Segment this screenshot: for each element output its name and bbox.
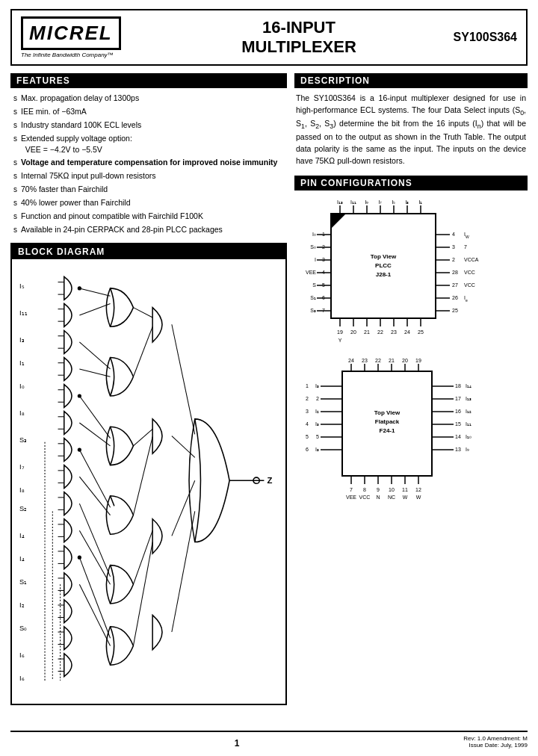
svg-text:27: 27: [452, 282, 458, 288]
svg-text:2: 2: [452, 257, 455, 262]
features-section: FEATURES Max. propagation delay of 1300p…: [10, 73, 287, 235]
svg-text:7: 7: [464, 244, 467, 250]
svg-text:6: 6: [306, 447, 309, 452]
svg-text:I₂: I₂: [315, 409, 319, 414]
footer-rev: Rev: 1.0 Amendment: M: [463, 735, 528, 742]
svg-text:I₁₁: I₁₁: [466, 421, 471, 427]
svg-text:I₀: I₀: [19, 382, 25, 390]
part-number: SY100S364: [427, 31, 517, 44]
svg-text:I₁₀: I₁₀: [466, 434, 471, 439]
svg-text:VEE: VEE: [306, 270, 316, 275]
svg-point-75: [78, 556, 81, 560]
svg-text:I₃: I₃: [19, 336, 25, 344]
svg-text:11: 11: [402, 487, 408, 492]
svg-text:23: 23: [362, 358, 368, 363]
svg-line-49: [79, 342, 110, 369]
list-item: Max. propagation delay of 1300ps: [13, 93, 284, 104]
svg-text:Ie: Ie: [464, 295, 468, 303]
svg-line-59: [133, 308, 152, 317]
svg-text:I₈: I₈: [19, 486, 25, 494]
svg-line-54: [79, 477, 110, 515]
svg-text:25: 25: [452, 308, 458, 313]
description-text: The SY100S364 is a 16-input multiplexer …: [294, 93, 528, 167]
footer-right: Rev: 1.0 Amendment: M Issue Date: July, …: [463, 735, 528, 749]
svg-text:28: 28: [452, 270, 458, 275]
svg-text:Top View: Top View: [374, 409, 401, 416]
block-diagram-svg: I₅ I₁₁ I₃ I₁ I₀ I₈ S₃ I₇ I₈ S₂ I₄ I₄ S₁ …: [18, 265, 279, 695]
svg-point-72: [78, 287, 81, 291]
logo-sub: The Infinite Bandwidth Company™: [21, 52, 170, 58]
svg-text:W: W: [416, 495, 421, 500]
svg-text:VEE: VEE: [346, 495, 356, 500]
footer: 1 Rev: 1.0 Amendment: M Issue Date: July…: [10, 731, 528, 749]
svg-text:17: 17: [455, 396, 461, 401]
list-item: Industry standard 100K ECL levels: [13, 120, 284, 131]
svg-text:I₃: I₃: [315, 447, 319, 452]
flatpack-diagram: 24 23 22 21 20 19: [303, 355, 519, 519]
svg-text:23: 23: [391, 329, 397, 335]
svg-point-73: [78, 394, 81, 398]
svg-text:I₃: I₃: [315, 421, 319, 427]
features-list: Max. propagation delay of 1300ps IEE min…: [10, 93, 287, 235]
footer-issue: Issue Date: July, 1999: [463, 742, 528, 749]
svg-text:N: N: [376, 495, 380, 500]
svg-text:21: 21: [389, 358, 395, 363]
svg-text:S₁: S₁: [310, 295, 316, 300]
description-header: DESCRIPTION: [294, 73, 528, 88]
svg-text:I₆: I₆: [19, 651, 25, 659]
pin-config-header: PIN CONFIGURATIONS: [294, 176, 528, 190]
svg-text:I₁₃: I₁₃: [466, 396, 471, 401]
svg-text:14: 14: [455, 434, 461, 439]
features-header: FEATURES: [10, 73, 287, 88]
svg-text:I₂: I₂: [19, 601, 25, 609]
svg-line-55: [79, 504, 110, 577]
svg-text:26: 26: [452, 295, 458, 300]
svg-text:I₇: I₇: [379, 199, 383, 205]
svg-text:2: 2: [316, 396, 319, 401]
svg-text:25: 25: [418, 329, 424, 335]
list-item: Voltage and temperature compensation for…: [13, 157, 284, 168]
svg-line-65: [172, 325, 195, 435]
svg-text:I₃: I₃: [315, 383, 319, 388]
left-column: FEATURES Max. propagation delay of 1300p…: [10, 73, 287, 705]
svg-line-57: [79, 558, 110, 639]
svg-line-61: [133, 430, 152, 447]
svg-text:12: 12: [415, 487, 421, 492]
svg-text:Y: Y: [338, 338, 342, 343]
svg-text:VCC: VCC: [464, 270, 475, 275]
svg-text:S₁: S₁: [19, 579, 27, 586]
svg-text:15: 15: [455, 421, 461, 427]
svg-text:I₁₂: I₁₂: [466, 409, 471, 414]
svg-text:VCC: VCC: [464, 282, 475, 288]
svg-text:10: 10: [389, 487, 395, 492]
svg-text:9: 9: [377, 487, 380, 492]
svg-text:3: 3: [452, 244, 455, 250]
svg-text:S₃: S₃: [19, 436, 27, 444]
svg-text:22: 22: [377, 329, 383, 335]
svg-text:I₁₁: I₁₁: [350, 199, 356, 205]
block-diagram-header: BLOCK DIAGRAM: [12, 244, 285, 259]
svg-text:F24-1: F24-1: [380, 427, 395, 434]
svg-line-50: [79, 369, 110, 377]
svg-text:I₅: I₅: [392, 199, 396, 205]
svg-text:I₇: I₇: [19, 463, 25, 471]
svg-text:I₉: I₉: [365, 199, 369, 205]
svg-line-52: [79, 423, 110, 446]
svg-text:S₃: S₃: [310, 308, 316, 313]
svg-text:4: 4: [452, 232, 455, 237]
svg-text:I₁₄: I₁₄: [466, 383, 471, 388]
svg-text:22: 22: [375, 358, 381, 363]
description-section: DESCRIPTION The SY100S364 is a 16-input …: [294, 73, 528, 167]
svg-text:24: 24: [348, 358, 354, 363]
svg-text:5: 5: [306, 434, 309, 439]
svg-text:I₉: I₉: [466, 447, 469, 452]
svg-text:W: W: [403, 495, 408, 500]
svg-line-58: [79, 585, 110, 646]
svg-text:19: 19: [415, 358, 421, 363]
svg-text:I₃: I₃: [406, 199, 409, 205]
svg-text:20: 20: [350, 329, 356, 335]
svg-text:2: 2: [306, 396, 309, 401]
main-content: FEATURES Max. propagation delay of 1300p…: [10, 73, 528, 705]
title-area: 16-INPUT MULTIPLEXER: [170, 18, 427, 58]
svg-text:3: 3: [306, 409, 309, 414]
